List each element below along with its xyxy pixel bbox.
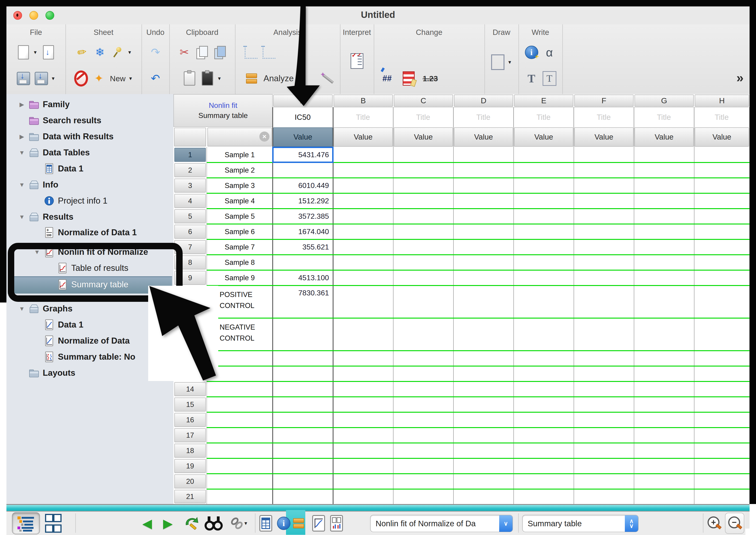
view-selector-dropdown[interactable]: Summary table ∧∨ <box>522 515 639 532</box>
row-label-2[interactable]: Sample 2 <box>207 162 273 178</box>
greek-alpha-icon[interactable]: α <box>543 45 557 60</box>
row-number-20[interactable]: 20 <box>174 474 206 489</box>
cell-A20[interactable] <box>273 474 333 489</box>
column-title-H[interactable]: Title <box>694 107 749 127</box>
row-number-1[interactable]: 1 <box>174 148 206 162</box>
go-back-button[interactable]: ◀ <box>142 512 152 535</box>
cell-A7[interactable]: 355.621 <box>273 239 333 255</box>
analyze-bars-icon[interactable] <box>244 71 258 86</box>
cell-A17[interactable] <box>273 428 333 443</box>
paste-special-icon[interactable] <box>200 71 214 86</box>
exclude-icon[interactable] <box>74 71 88 86</box>
decimal-format-icon[interactable]: 1.23 <box>423 71 437 86</box>
column-subtitle-F[interactable]: Value <box>574 127 634 147</box>
column-title-B[interactable]: Title <box>333 107 393 127</box>
cell-A19[interactable] <box>273 458 333 474</box>
cell-A5[interactable]: 3572.385 <box>273 209 333 224</box>
row-label-3[interactable]: Sample 3 <box>207 178 273 193</box>
column-title-C[interactable]: Title <box>393 107 453 127</box>
save-as-icon[interactable]: ↓ <box>35 71 48 86</box>
row-number-4[interactable]: 4 <box>174 194 206 208</box>
row-number-18[interactable]: 18 <box>174 444 206 458</box>
cell-A9[interactable]: 4513.100 <box>273 270 333 286</box>
navigator-toggle-button[interactable] <box>12 512 40 535</box>
column-letter-F[interactable]: F <box>574 95 634 107</box>
number-format-icon[interactable]: ## <box>380 71 394 86</box>
save-as-caret[interactable]: ▼ <box>51 76 56 81</box>
data-table-view-button[interactable] <box>259 512 272 535</box>
new-document-icon[interactable] <box>16 45 30 60</box>
column-title-E[interactable]: Title <box>514 107 574 127</box>
sidebar-item-results[interactable]: ▼Results <box>7 210 185 224</box>
column-letter-C[interactable]: C <box>394 95 453 107</box>
column-letter-D[interactable]: D <box>454 95 513 107</box>
new-sheet-caret[interactable]: ▼ <box>128 76 133 81</box>
edit-pencil-icon[interactable]: ✏ <box>74 43 90 61</box>
save-icon[interactable]: ↓ <box>16 71 30 86</box>
analyze-label[interactable]: Analyze <box>263 74 294 83</box>
cell-A18[interactable] <box>273 443 333 458</box>
row-number-14[interactable]: 14 <box>174 382 206 396</box>
cell-A16[interactable] <box>273 412 333 428</box>
go-forward-button[interactable]: ▶ <box>163 512 173 535</box>
cell-A6[interactable]: 1674.040 <box>273 224 333 239</box>
cell-A15[interactable] <box>273 397 333 412</box>
info-view-button[interactable]: i <box>277 512 290 535</box>
row-label-6[interactable]: Sample 6 <box>207 224 273 239</box>
column-letter-A[interactable]: A <box>273 95 333 107</box>
column-subtitle-B[interactable]: Value <box>334 127 393 147</box>
cell-A8[interactable] <box>273 255 333 270</box>
sidebar-item-data-tables[interactable]: ▼Data Tables <box>7 145 185 160</box>
column-subtitle-A[interactable]: Value <box>273 127 333 147</box>
zoom-out-button[interactable]: − <box>725 512 744 535</box>
row-label-9[interactable]: Sample 9 <box>207 270 273 286</box>
sidebar-item-project-info-1[interactable]: Project info 1 <box>7 193 200 208</box>
disclosure-right-icon[interactable]: ▶ <box>18 101 25 108</box>
cell-A2[interactable] <box>273 162 333 178</box>
paste-icon[interactable] <box>183 71 197 86</box>
draw-shape-caret[interactable]: ▼ <box>507 60 512 65</box>
redo-icon[interactable]: ↷ <box>149 45 163 60</box>
cell-A12[interactable] <box>273 351 333 366</box>
column-title-F[interactable]: Title <box>574 107 634 127</box>
info-note-icon[interactable]: i+ <box>525 45 538 60</box>
column-title-G[interactable]: Title <box>634 107 694 127</box>
axes-icon-2[interactable] <box>262 45 276 60</box>
row-label-7[interactable]: Sample 7 <box>207 239 273 255</box>
sidebar-item-info[interactable]: ▼Info <box>7 178 185 192</box>
disclosure-down-icon[interactable]: ▼ <box>18 213 25 221</box>
row-number-15[interactable]: 15 <box>174 398 206 411</box>
cell-A3[interactable]: 6010.449 <box>273 178 333 193</box>
column-letter-B[interactable]: B <box>334 95 393 107</box>
gallery-view-button[interactable] <box>45 512 59 535</box>
graphs-view-button[interactable] <box>312 512 325 535</box>
close-column-button[interactable]: × <box>259 131 269 142</box>
copy-icon[interactable] <box>195 45 209 60</box>
row-number-6[interactable]: 6 <box>174 225 206 239</box>
column-title-D[interactable]: Title <box>453 107 514 127</box>
pin-caret[interactable]: ▼ <box>128 50 132 55</box>
text-tool-icon[interactable]: T <box>525 71 538 86</box>
undo-icon[interactable]: ↶ <box>149 71 163 86</box>
sidebar-item-data-with-results[interactable]: ▶Data with Results <box>7 129 185 144</box>
row-label-4[interactable]: Sample 4 <box>207 193 273 209</box>
disclosure-down-icon[interactable]: ▼ <box>18 181 25 188</box>
row-label-8[interactable]: Sample 8 <box>207 255 273 270</box>
column-subtitle-E[interactable]: Value <box>514 127 573 147</box>
cell-A21[interactable] <box>273 489 333 504</box>
column-subtitle-G[interactable]: Value <box>634 127 694 147</box>
axes-icon-1[interactable] <box>244 45 258 60</box>
sidebar-item-family[interactable]: ▶Family <box>7 97 185 112</box>
link-caret[interactable]: ▼ <box>244 521 248 526</box>
sidebar-item-normalize-of-data-1[interactable]: 0100Normalize of Data 1 <box>7 225 200 240</box>
zoom-in-button[interactable]: + <box>707 512 721 535</box>
row-label-5[interactable]: Sample 5 <box>207 209 273 224</box>
draw-shape-icon[interactable] <box>491 55 505 70</box>
duplicate-icon[interactable] <box>213 45 227 60</box>
go-to-linked-data-button[interactable] <box>183 512 200 535</box>
new-sheet-star-icon[interactable]: ✦ <box>92 71 106 86</box>
column-letter-E[interactable]: E <box>514 95 573 107</box>
layouts-view-button[interactable] <box>330 512 343 535</box>
cell-A13[interactable] <box>273 366 333 381</box>
cell-A11[interactable] <box>273 318 333 351</box>
